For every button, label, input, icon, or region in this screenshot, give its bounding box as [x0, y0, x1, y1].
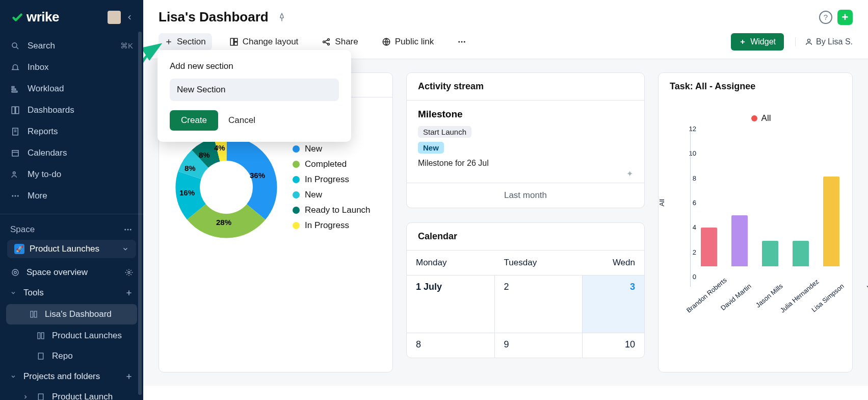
wrike-logo-icon [10, 11, 23, 24]
user-icon [10, 169, 20, 180]
item-label: Repo [52, 351, 73, 361]
help-button[interactable]: ? [819, 11, 832, 24]
plus-icon[interactable] [125, 289, 133, 297]
tools-repo-item[interactable]: Repo [0, 346, 143, 366]
globe-icon [382, 37, 391, 46]
byline: By Lisa S. [795, 37, 853, 46]
x-label: Brandon Roberts [685, 282, 721, 314]
widget-header: Activity stream [407, 73, 644, 101]
brand-text: wrike [27, 9, 59, 25]
dashboard-icon [29, 309, 39, 319]
nav-inbox[interactable]: Inbox [0, 57, 143, 78]
search-icon [10, 41, 20, 51]
nav-todo[interactable]: My to-do [0, 164, 143, 185]
tools-dashboard-item[interactable]: Lisa's Dashboard [6, 304, 137, 324]
space-name: Product Launches [30, 244, 99, 254]
calendar-cell[interactable]: 8 [407, 333, 495, 358]
logo[interactable]: wrike [10, 9, 59, 25]
create-button[interactable]: Create [170, 110, 218, 131]
main-content: Lisa's Dashboard ? + Section Change layo… [143, 0, 868, 400]
nav-label: Calendars [28, 148, 67, 158]
calendar-cell[interactable]: 9 [495, 333, 583, 358]
svg-point-33 [464, 41, 465, 43]
slice-label: 28% [216, 218, 231, 227]
svg-point-32 [461, 41, 463, 43]
calendar-cell[interactable]: 10 [583, 333, 644, 358]
tools-launches-item[interactable]: Product Launches [0, 326, 143, 346]
sparkle-icon[interactable]: ✦ [626, 169, 633, 179]
chip-start: Start Launch [418, 126, 471, 138]
space-menu-icon[interactable] [123, 224, 133, 235]
btn-label: Share [335, 37, 358, 47]
legend-label: Ready to Launch [305, 205, 371, 215]
sidebar: wrike Search ⌘K Inbox Workload Dashboard… [0, 0, 143, 400]
bar[interactable] [762, 241, 778, 266]
tools-row[interactable]: Tools [0, 283, 143, 303]
svg-point-10 [15, 195, 16, 197]
svg-rect-3 [12, 91, 17, 92]
nav-more[interactable]: More [0, 185, 143, 207]
gear-icon[interactable] [125, 268, 133, 277]
widget-activity-stream: Activity stream Milestone Start Launch N… [406, 72, 645, 208]
nav-label: Search [28, 41, 55, 51]
slice-label: 4% [214, 143, 225, 152]
btn-label: Widget [750, 37, 776, 46]
project-item[interactable]: Product Launch [0, 387, 143, 400]
share-button[interactable]: Share [315, 33, 364, 51]
nav-reports[interactable]: Reports [0, 121, 143, 142]
bar[interactable] [823, 177, 839, 266]
bar[interactable] [731, 215, 748, 266]
nav-search[interactable]: Search ⌘K [0, 35, 143, 57]
projects-row[interactable]: Projects and folders [0, 366, 143, 387]
plus-icon [165, 38, 173, 46]
bell-icon [10, 62, 20, 72]
pin-button[interactable] [275, 10, 289, 24]
space-overview-row[interactable]: Space overview [0, 262, 143, 283]
svg-point-11 [17, 195, 19, 197]
plus-icon [739, 38, 746, 45]
stream-footer[interactable]: Last month [407, 183, 644, 208]
widget-assignee-bar: Task: All - Assignee All All 0 2 4 6 8 1… [658, 72, 853, 372]
add-widget-button[interactable]: Widget [731, 33, 784, 51]
nav-workload[interactable]: Workload [0, 78, 143, 99]
chip-new: New [418, 142, 444, 154]
share-icon [322, 37, 331, 46]
dots-icon [457, 37, 466, 46]
space-selector[interactable]: 🚀 Product Launches [7, 240, 136, 258]
calendar-cell-today[interactable]: 3 [583, 276, 644, 333]
legend-label: New [305, 144, 322, 154]
item-label: Lisa's Dashboard [45, 309, 112, 319]
public-link-button[interactable]: Public link [376, 33, 440, 51]
svg-rect-23 [38, 394, 43, 400]
plus-icon[interactable] [125, 372, 133, 381]
stream-item-title[interactable]: Milestone [418, 109, 633, 120]
nav-dashboards[interactable]: Dashboards [0, 99, 143, 121]
y-axis-label: All [658, 199, 666, 206]
scrollbar[interactable] [138, 32, 142, 395]
x-label: Julia Hernandez [779, 282, 815, 314]
add-section-button[interactable]: Section [159, 33, 212, 51]
svg-point-34 [807, 39, 810, 42]
nav-label: My to-do [28, 169, 61, 180]
global-create-button[interactable]: + [837, 10, 853, 25]
rocket-icon: 🚀 [14, 244, 24, 254]
svg-point-14 [130, 229, 131, 231]
section-name-input[interactable] [170, 79, 339, 101]
svg-rect-1 [12, 87, 14, 88]
svg-rect-24 [230, 38, 233, 45]
x-label: Jason Mills [748, 282, 784, 314]
collapse-sidebar-icon[interactable] [126, 14, 133, 21]
nav-label: Workload [28, 84, 64, 94]
nav-calendars[interactable]: Calendars [0, 142, 143, 164]
space-header: Space [0, 218, 143, 239]
cancel-button[interactable]: Cancel [228, 115, 255, 126]
chevron-down-icon [122, 245, 129, 253]
calendar-cell[interactable]: 1 July [407, 276, 495, 333]
legend-label: All [761, 113, 771, 123]
change-layout-button[interactable]: Change layout [223, 33, 305, 51]
bar[interactable] [701, 228, 717, 266]
more-button[interactable] [451, 34, 472, 50]
calendar-cell[interactable]: 2 [495, 276, 583, 333]
bar[interactable] [793, 241, 809, 266]
user-avatar[interactable] [108, 11, 121, 24]
